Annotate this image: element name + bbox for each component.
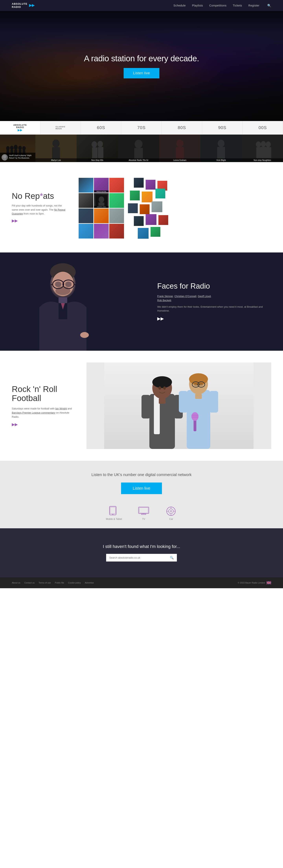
footer-contact-link[interactable]: Contact us	[24, 582, 35, 584]
show-item-1[interactable]: Martyn Lee	[35, 134, 77, 162]
svg-rect-53	[142, 395, 150, 418]
svg-point-72	[191, 412, 198, 421]
svg-rect-75	[109, 506, 116, 515]
christian-oconnell-link[interactable]: Christian O'Connell	[174, 295, 196, 298]
faces-man-svg	[0, 252, 142, 351]
footer-about-link[interactable]: About us	[12, 582, 20, 584]
album-tile-5	[109, 193, 124, 208]
nav-link-competitions[interactable]: Competitions	[209, 4, 227, 7]
station-item-absolute[interactable]: Absolute Radio ▶▶	[0, 121, 40, 134]
show-item-6[interactable]: Non-stop Noughties	[242, 134, 283, 162]
nav-link-playlists[interactable]: Playlists	[192, 4, 203, 7]
football-title: Rock 'n' Roll Football	[12, 385, 75, 403]
svg-point-58	[163, 386, 166, 390]
svg-rect-23	[217, 147, 225, 159]
show-item-2[interactable]: Non-Stop 60s	[77, 134, 118, 162]
svg-rect-59	[159, 398, 165, 404]
show-name-3: Absolute Radio 70s Gr	[118, 158, 159, 162]
faces-arrow[interactable]: ▶▶	[157, 316, 267, 321]
hero-section: A radio station for every decade. Listen…	[0, 11, 283, 121]
mini-tile-12	[138, 228, 149, 239]
search-magnifier-icon[interactable]: 🔍	[170, 556, 174, 560]
album-tile-10	[94, 224, 109, 239]
show-item-3[interactable]: Absolute Radio 70s Gr	[118, 134, 159, 162]
paolo-album-art	[96, 195, 107, 207]
search-input[interactable]	[109, 556, 170, 559]
frank-skinner-link[interactable]: Frank Skinner	[157, 295, 173, 298]
svg-point-10	[3, 155, 6, 159]
tablet-icon	[108, 506, 120, 516]
show-name-6: Non-stop Noughties	[242, 158, 283, 162]
svg-rect-78	[138, 507, 149, 514]
no-repeat-guarantee-link[interactable]: No Repeat Guarantee	[12, 209, 65, 215]
logo[interactable]: Absolute Radio ▶▶	[12, 2, 35, 8]
listen-live-button[interactable]: Listen live	[121, 483, 162, 494]
footer-cookie-link[interactable]: Cookie policy	[68, 582, 81, 584]
station-item-70s[interactable]: 70s	[121, 121, 162, 134]
show-item-current[interactable]: Geoff Lloyd is playing "Slight Return" b…	[0, 134, 35, 162]
dj-avatar	[2, 154, 8, 160]
svg-rect-29	[266, 147, 271, 158]
show-name-5: Vicki Blight	[200, 158, 242, 162]
geoff-lloyd-link[interactable]: Geoff Lloyd	[198, 295, 211, 298]
no-repeats-arrow[interactable]: ▶▶	[12, 218, 67, 223]
nav-link-register[interactable]: Register	[248, 4, 259, 7]
no-repeats-description: Fill your day with hundreds of songs, no…	[12, 204, 67, 216]
station-item-00s[interactable]: 00s	[243, 121, 283, 134]
footer-terms-link[interactable]: Terms of use	[38, 582, 51, 584]
mini-tile-0	[134, 178, 144, 188]
not-found-section: I still haven't found what I'm looking f…	[0, 528, 283, 577]
show-item-5[interactable]: Vicki Blight	[200, 134, 242, 162]
hero-title: A radio station for every decade.	[84, 54, 199, 63]
show-name-2: Non-Stop 60s	[77, 158, 118, 162]
show-silhouette-4	[170, 136, 190, 160]
svg-point-16	[97, 141, 103, 147]
station-item-80s[interactable]: 80s	[162, 121, 202, 134]
show-item-4[interactable]: Leona Graham	[159, 134, 200, 162]
football-arrow[interactable]: ▶▶	[12, 422, 75, 427]
device-item-car[interactable]: Car	[165, 506, 177, 521]
barclays-link[interactable]: Barclays Premier League commentary	[12, 411, 55, 414]
mini-tile-8	[152, 202, 162, 212]
rob-beckett-link[interactable]: Rob Beckett	[157, 299, 171, 302]
nav-link-tickets[interactable]: Tickets	[233, 4, 242, 7]
logo-text-radio: Radio	[12, 5, 28, 9]
logo-arrows: ▶▶	[29, 3, 35, 8]
album-tile-1: PAOLO NUTINI	[94, 178, 109, 192]
logo-text-absolute: Absolute	[12, 2, 28, 5]
faces-description: We didn't employ them for their looks. E…	[157, 305, 267, 313]
svg-point-88	[170, 510, 172, 512]
station-item-90s[interactable]: 90s	[202, 121, 243, 134]
football-photo	[87, 363, 271, 449]
svg-point-56	[152, 376, 172, 388]
football-text-block: Rock 'n' Roll Football Saturdays were ma…	[12, 385, 75, 427]
device-item-mobile[interactable]: Mobile & Tablet	[106, 506, 122, 521]
album-collage: PAOLO NUTINI CAUSTIC LOVE	[78, 178, 271, 237]
svg-rect-13	[52, 147, 60, 159]
footer-public-file-link[interactable]: Public file	[55, 582, 64, 584]
svg-rect-80	[141, 514, 146, 515]
football-description: Saturdays were made for football with Ia…	[12, 407, 75, 419]
show-name-4: Leona Graham	[159, 158, 200, 162]
device-item-tv[interactable]: TV	[138, 506, 150, 521]
faces-names: Frank Skinner, Christian O'Connell, Geof…	[157, 294, 267, 303]
mini-tile-3	[130, 191, 140, 200]
device-label-mobile: Mobile & Tablet	[106, 518, 122, 521]
svg-rect-35	[59, 297, 67, 303]
device-label-car: Car	[169, 518, 173, 521]
footer-links: About us Contact us Terms of use Public …	[12, 582, 94, 584]
hero-listen-button[interactable]: Listen live	[124, 68, 159, 79]
footer-advertise-link[interactable]: Advertise	[85, 582, 94, 584]
svg-point-6	[18, 146, 22, 150]
album-tile-9	[78, 224, 93, 239]
svg-rect-36	[39, 319, 87, 351]
station-item-classic-rock[interactable]: CLASSIC ROCK	[40, 121, 81, 134]
svg-point-68	[194, 383, 198, 386]
ian-wright-link[interactable]: Ian Wright	[55, 407, 67, 410]
mini-tile-1	[146, 180, 155, 190]
search-icon[interactable]: 🔍	[267, 4, 271, 7]
album-tile-0	[78, 178, 93, 192]
nav-link-schedule[interactable]: Schedule	[174, 4, 186, 7]
station-item-60s[interactable]: 60s	[81, 121, 121, 134]
svg-point-26	[261, 141, 266, 147]
